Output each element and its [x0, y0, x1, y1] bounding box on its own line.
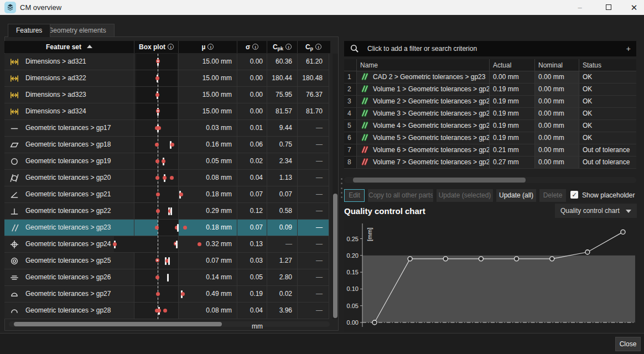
delete-button[interactable]: Delete: [539, 189, 566, 202]
box-plot-point: [155, 93, 159, 97]
result-name: Volume 2 > Geometric tolerances > gp23: [356, 96, 489, 107]
box-plot-point: [183, 226, 187, 230]
show-placeholder-label: Show placeholder o: [582, 191, 636, 199]
features-horizontal-scrollbar[interactable]: [9, 321, 330, 327]
nominal-value: 0.00 mm: [534, 144, 579, 156]
box-plot-whisker: [168, 257, 170, 265]
feature-row[interactable]: Geometric tolerances > gp230.18 mm0.07 m…: [4, 220, 329, 236]
svg-text:0.05: 0.05: [347, 303, 359, 309]
nominal-value: 0.00 mm: [534, 71, 579, 83]
feature-row[interactable]: Geometric tolerances > gp250.07 mm0.03 m…: [4, 253, 329, 269]
sigma-value: 0.01 mm: [237, 120, 267, 136]
edit-button[interactable]: Edit: [344, 189, 365, 202]
features-table-body: Dimensions > ad32115.00 mm0.00 mm60.3661…: [4, 54, 334, 319]
quality-control-chart[interactable]: 0.250.200.150.100.050.00[mm]: [344, 220, 640, 332]
show-placeholder-checkbox[interactable]: [570, 191, 578, 199]
info-icon: [252, 44, 258, 50]
scrollbar-thumb[interactable]: [14, 322, 222, 326]
result-name: Volume 1 > Geometric tolerances > gp23: [356, 84, 489, 95]
column-header-box-plot[interactable]: Box plot: [134, 41, 178, 53]
result-row[interactable]: 5 Volume 4 > Geometric tolerances > gp23…: [344, 120, 636, 132]
add-filter-icon[interactable]: +: [626, 44, 631, 53]
feature-row[interactable]: Geometric tolerances > gp170.03 mm0.01 m…: [4, 120, 329, 137]
column-header-cpk[interactable]: Cpk: [267, 41, 297, 53]
result-row[interactable]: 3 Volume 2 > Geometric tolerances > gp23…: [344, 96, 636, 108]
scrollbar-thumb[interactable]: [353, 178, 526, 183]
column-header-status[interactable]: Status: [579, 59, 636, 71]
column-header-cp[interactable]: Cp: [297, 41, 329, 53]
update-selected-button[interactable]: Update (selected): [437, 189, 493, 202]
box-plot-point: [157, 126, 161, 130]
cpk-value: 1.27: [267, 253, 297, 269]
mu-value: 15.00 mm: [178, 70, 237, 86]
cp-value: 61.20: [297, 54, 329, 70]
feature-row[interactable]: Geometric tolerances > gp280.08 mm0.04 m…: [4, 303, 329, 319]
feature-row[interactable]: Geometric tolerances > gp240.32 mm0.13 m…: [4, 236, 329, 253]
feature-row[interactable]: Geometric tolerances > gp190.05 mm0.02 m…: [4, 153, 329, 170]
column-header-sigma[interactable]: σ: [237, 41, 267, 53]
feature-name: Geometric tolerances > gp23: [25, 223, 133, 231]
tolerance-band: [362, 256, 635, 322]
feature-row[interactable]: Geometric tolerances > gp220.29 mm0.12 m…: [4, 203, 329, 220]
results-horizontal-scrollbar[interactable]: [344, 177, 636, 183]
feature-row[interactable]: Dimensions > ad32415.00 mm0.00 mm81.5781…: [4, 103, 329, 120]
data-point: [515, 257, 519, 261]
feature-name: Geometric tolerances > gp26: [25, 273, 133, 281]
sigma-value: 0.06 mm: [237, 137, 267, 153]
svg-text:0.15: 0.15: [347, 269, 359, 275]
cp-value: 180.48: [297, 70, 329, 86]
update-all-button[interactable]: Update (all): [496, 189, 536, 202]
result-row[interactable]: 2 Volume 1 > Geometric tolerances > gp23…: [344, 84, 636, 96]
cp-value: —: [297, 153, 329, 169]
column-header-nominal[interactable]: Nominal: [534, 59, 579, 71]
actual-value: 0.19 mm: [489, 108, 534, 119]
actual-value: 0.19 mm: [489, 132, 534, 144]
results-table-body: 1 CAD 2 > Geometric tolerances > gp230.0…: [344, 71, 636, 169]
feature-row[interactable]: Geometric tolerances > gp180.16 mm0.06 m…: [4, 137, 329, 153]
dimension-icon: [9, 107, 20, 117]
feature-row[interactable]: Dimensions > ad32215.00 mm0.00 mm180.441…: [4, 70, 329, 87]
result-row[interactable]: 8 Volume 7 > Geometric tolerances > gp23…: [344, 157, 636, 169]
cpk-value: 3.96: [267, 303, 297, 319]
feature-row[interactable]: Geometric tolerances > gp270.49 mm0.19 m…: [4, 286, 329, 303]
info-icon: [207, 44, 214, 50]
column-header-feature-set[interactable]: Feature set: [4, 41, 134, 53]
status-value: OK: [579, 71, 636, 83]
maximize-button[interactable]: [598, 0, 620, 15]
column-header-actual[interactable]: Actual: [489, 59, 534, 71]
tab-features[interactable]: Features: [8, 24, 50, 37]
feature-row[interactable]: Geometric tolerances > gp260.14 mm0.05 m…: [4, 269, 329, 286]
result-row[interactable]: 6 Volume 5 > Geometric tolerances > gp23…: [344, 132, 636, 144]
close-button[interactable]: Close: [615, 337, 641, 351]
result-row[interactable]: 1 CAD 2 > Geometric tolerances > gp230.0…: [344, 71, 636, 84]
sigma-value: 0.13 mm: [237, 236, 267, 252]
status-value: OK: [579, 108, 636, 119]
feature-row[interactable]: Geometric tolerances > gp210.18 mm0.07 m…: [4, 186, 329, 203]
minimize-button[interactable]: –: [569, 0, 591, 15]
result-row[interactable]: 7 Volume 6 > Geometric tolerances > gp23…: [344, 144, 636, 157]
chart-type-dropdown[interactable]: Quality control chart: [555, 204, 637, 218]
feature-row[interactable]: Dimensions > ad32315.00 mm0.00 mm75.9576…: [4, 87, 329, 103]
info-icon: [285, 44, 292, 50]
cpk-value: 0.02: [267, 286, 297, 302]
feature-row[interactable]: Geometric tolerances > gp200.08 mm0.04 m…: [4, 170, 329, 186]
svg-text:0.20: 0.20: [347, 252, 359, 259]
panel-splitter-handle[interactable]: [340, 178, 343, 198]
cp-value: —: [297, 220, 329, 236]
filter-search-bar[interactable]: Click to add a filter or search criterio…: [344, 41, 636, 56]
actual-value: 0.00 mm: [489, 71, 534, 83]
column-header-name[interactable]: Name: [356, 59, 489, 71]
feature-row[interactable]: Dimensions > ad32115.00 mm0.00 mm60.3661…: [4, 54, 329, 70]
box-plot-point: [163, 309, 167, 313]
column-header-mu[interactable]: µ: [178, 41, 237, 53]
data-point: [479, 257, 483, 261]
close-window-button[interactable]: ✕: [623, 0, 644, 15]
feature-name: Geometric tolerances > gp18: [25, 140, 133, 148]
tab-geometry-elements[interactable]: Geometry elements: [40, 24, 115, 37]
sigma-value: 0.02 mm: [237, 153, 267, 169]
parallelism-ok-icon: [360, 110, 373, 117]
copy-to-all-other-parts-button[interactable]: Copy to all other parts: [368, 189, 433, 202]
result-row[interactable]: 4 Volume 3 > Geometric tolerances > gp23…: [344, 108, 636, 120]
box-plot-point: [155, 176, 159, 180]
app-logo-icon: [4, 2, 16, 13]
